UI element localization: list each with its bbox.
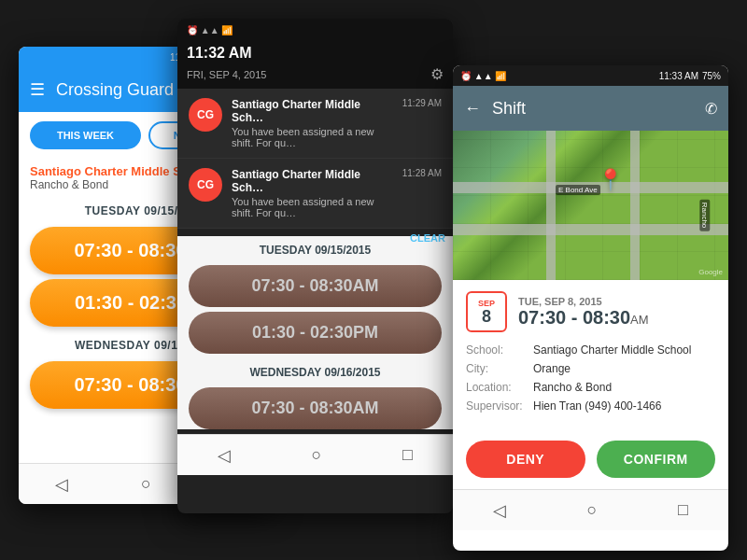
back-nav-1[interactable]: ◁ [55,474,68,495]
notif-time-2: 11:28 AM [402,168,442,178]
notifications-list: CG Santiago Charter Middle Sch… You have… [177,89,453,236]
map-label-bond: E Bond Ave [556,185,600,195]
location-value: Rancho & Bond [533,381,612,394]
notif-time-1: 11:29 AM [402,98,442,108]
notif-date-row: FRI, SEP 4, 2015 ⚙ [177,63,453,89]
status-bar-2: ⏰ ▲▲ 📶 [177,19,453,41]
this-week-button[interactable]: THIS WEEK [30,121,141,149]
notif-date: FRI, SEP 4, 2015 [187,69,266,80]
detail-row-location: Location: Rancho & Bond [466,381,715,394]
detail-row-supervisor: Supervisor: Hien Tran (949) 400-1466 [466,399,715,413]
notif-body-1: You have been assigned a new shift. For … [232,126,393,148]
map-pin: 📍 [598,168,623,192]
shift-date-header: SEP 8 TUE, SEP 8, 2015 07:30 - 08:30AM [466,291,715,332]
action-buttons: DENY CONFIRM [453,429,728,489]
home-nav-3[interactable]: ○ [587,500,598,520]
shift-time-label: 07:30 - 08:30 [518,307,630,328]
school-label: School: [466,343,533,357]
screen-3-shift: ⏰ ▲▲ 📶 11:33 AM 75% ← Shift ✆ 📍 E Bond A… [453,65,728,551]
google-watermark: Google [698,268,723,276]
shift-date-full: TUE, SEP 8, 2015 [518,296,649,307]
notif-time-block: 11:32 AM [177,41,453,63]
notif-body-2: You have been assigned a new shift. For … [232,196,393,218]
phone-icon-3[interactable]: ✆ [705,100,717,118]
clear-button[interactable]: CLEAR [410,232,445,244]
recents-nav-3[interactable]: □ [678,500,688,520]
detail-row-school: School: Santiago Charter Middle School [466,343,715,357]
map-label-rancho: Rancho [700,200,711,231]
back-nav-2[interactable]: ◁ [218,445,231,466]
status-icons-3: ⏰ ▲▲ 📶 [460,71,506,81]
map-road-v-2 [630,131,640,280]
notif-icon-2: CG [189,168,222,202]
bottom-nav-2: ◁ ○ □ [177,434,453,475]
notification-1[interactable]: CG Santiago Charter Middle Sch… You have… [177,89,453,159]
time-pill-dark-2[interactable]: 01:30 - 02:30PM [189,312,442,354]
map-overlay [453,131,728,280]
hamburger-icon[interactable]: ☰ [30,79,45,100]
back-nav-3[interactable]: ◁ [493,500,506,521]
notif-title-1: Santiago Charter Middle Sch… [232,98,393,124]
home-nav-2[interactable]: ○ [312,445,322,465]
shift-app-bar: ← Shift ✆ [453,86,728,131]
shift-day-num: 8 [482,308,491,325]
shift-detail-card: SEP 8 TUE, SEP 8, 2015 07:30 - 08:30AM S… [453,280,728,429]
shift-app-title: Shift [492,99,694,119]
map-road-v-1 [546,131,556,280]
settings-icon[interactable]: ⚙ [430,65,444,83]
notif-content-1: Santiago Charter Middle Sch… You have be… [232,98,393,148]
notif-time: 11:32 AM [187,45,444,62]
notif-icon-1: CG [189,98,222,132]
notification-2[interactable]: CG Santiago Charter Middle Sch… You have… [177,159,453,229]
map-area[interactable]: 📍 E Bond Ave Rancho Google [453,131,728,280]
supervisor-value: Hien Tran (949) 400-1466 [533,399,661,413]
city-value: Orange [533,362,571,375]
recents-nav-2[interactable]: □ [402,445,413,465]
school-value: Santiago Charter Middle School [533,343,691,357]
screen-2-notifications: ⏰ ▲▲ 📶 11:32 AM FRI, SEP 4, 2015 ⚙ CG Sa… [177,19,453,513]
home-nav-1[interactable]: ○ [141,474,151,494]
screen2-schedule: TUESDAY 09/15/2015 07:30 - 08:30AM 01:30… [177,236,453,429]
notif-title-2: Santiago Charter Middle Sch… [232,168,393,194]
notif-content-2: Santiago Charter Middle Sch… You have be… [232,168,393,218]
map-road-h-2 [453,224,728,235]
shift-date-icon: SEP 8 [466,291,507,332]
status-time-3: 11:33 AM [659,71,698,81]
deny-button[interactable]: DENY [466,441,585,478]
shift-time-big: 07:30 - 08:30AM [518,307,649,329]
status-bar-3: ⏰ ▲▲ 📶 11:33 AM 75% [453,65,728,86]
bottom-nav-3: ◁ ○ □ [453,489,728,530]
city-label: City: [466,362,533,375]
back-icon[interactable]: ← [464,99,481,119]
day-label-wed-2: WEDNESDAY 09/16/2015 [177,358,453,383]
shift-time-block: TUE, SEP 8, 2015 07:30 - 08:30AM [518,296,649,329]
time-pill-dark-3[interactable]: 07:30 - 08:30AM [189,387,442,429]
status-battery-3: 75% [702,71,721,81]
notif-status-icons: ⏰ ▲▲ 📶 [187,25,233,35]
location-label: Location: [466,381,533,394]
clear-row: CLEAR [177,229,453,236]
screens-container: 11:31 AM ▲▲▲ 76% ☰ Crossing Guard ✆ THIS… [19,19,728,541]
supervisor-label: Supervisor: [466,399,533,413]
time-pill-dark-1[interactable]: 07:30 - 08:30AM [189,265,442,307]
confirm-button[interactable]: CONFIRM [597,441,716,478]
detail-row-city: City: Orange [466,362,715,375]
shift-time-suffix: AM [630,313,649,327]
